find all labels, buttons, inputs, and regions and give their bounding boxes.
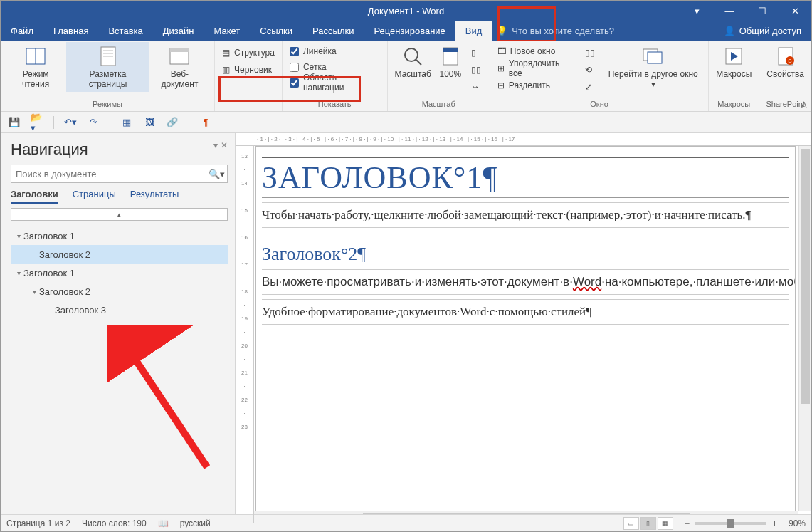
outline-button[interactable]: ▤Структура <box>219 45 278 61</box>
view-print-icon[interactable]: ▯ <box>640 517 656 530</box>
web-layout-button[interactable]: Веб-документ <box>149 42 210 92</box>
multi-page-button[interactable]: ▯▯ <box>468 62 484 78</box>
nav-tab-results[interactable]: Результаты <box>130 189 179 204</box>
doc-heading-1[interactable]: ЗАГОЛОВОК°1¶ <box>262 157 789 198</box>
document-page[interactable]: ЗАГОЛОВОК°1¶ Чтобы·начать·работу,·щелкни… <box>255 146 796 523</box>
redo-icon[interactable]: ↷ <box>87 116 100 129</box>
vertical-ruler[interactable]: 13·14·15·16·17·18·19·20·21·22·23 <box>236 146 254 523</box>
horizontal-ruler[interactable]: · 1 · | · 2 · | · 3 · | · 4 · | · 5 · | … <box>236 133 811 146</box>
zoom-percent[interactable]: 90% <box>789 518 806 528</box>
table-icon[interactable]: ▦ <box>120 116 133 129</box>
doc-paragraph-1[interactable]: Чтобы·начать·работу,·щелкните·любой·заме… <box>262 202 789 228</box>
ribbon-dropdown-icon[interactable]: ▾ <box>680 1 713 21</box>
svg-point-8 <box>405 48 418 61</box>
tab-view[interactable]: Вид <box>455 21 492 41</box>
bulb-icon: 💡 <box>496 26 507 36</box>
tab-references[interactable]: Ссылки <box>250 21 302 41</box>
macros-icon <box>722 45 745 68</box>
undo-icon[interactable]: ↶▾ <box>64 116 77 129</box>
minimize-button[interactable]: — <box>713 1 746 21</box>
close-button[interactable]: ✕ <box>779 1 811 21</box>
switch-window-button[interactable]: Перейти в другое окно ▾ <box>602 42 704 92</box>
zoom-100-button[interactable]: 100% <box>434 42 467 82</box>
page-width-button[interactable]: ↔ <box>468 79 484 95</box>
status-bar: Страница 1 из 2 Число слов: 190 📖 русски… <box>1 514 811 531</box>
spell-check-icon[interactable]: 📖 <box>158 518 169 528</box>
collapse-ribbon-icon[interactable]: ᐱ <box>801 100 807 110</box>
svg-rect-11 <box>443 48 458 52</box>
new-window-button[interactable]: 🗔Новое окно <box>495 43 578 59</box>
view-read-icon[interactable]: ▭ <box>623 517 639 530</box>
one-page-button[interactable]: ▯ <box>468 45 484 61</box>
nav-title: Навигация <box>11 140 228 159</box>
split-button[interactable]: ⊟Разделить <box>495 78 578 93</box>
nav-tree: ▾Заголовок 1Заголовок 2▾Заголовок 1▾Заго… <box>11 226 228 319</box>
page-width-icon: ↔ <box>471 82 480 92</box>
tab-file[interactable]: Файл <box>1 21 43 41</box>
tab-home[interactable]: Главная <box>43 21 98 41</box>
status-words[interactable]: Число слов: 190 <box>82 518 147 528</box>
ribbon-tabs: Файл Главная Вставка Дизайн Макет Ссылки… <box>1 21 811 41</box>
link-icon[interactable]: 🔗 <box>166 116 179 129</box>
para-marks-icon[interactable]: ¶ <box>199 116 212 129</box>
nav-tree-item[interactable]: ▾Заголовок 1 <box>11 264 228 282</box>
nav-tree-item[interactable]: Заголовок 3 <box>11 301 228 319</box>
side-by-side-button[interactable]: ▯▯ <box>582 45 598 61</box>
tell-me-search[interactable]: 💡 Что вы хотите сделать? <box>492 21 614 41</box>
read-mode-button[interactable]: Режим чтения <box>5 42 66 92</box>
tab-design[interactable]: Дизайн <box>153 21 204 41</box>
nav-expand-bar[interactable]: ▴ <box>11 208 228 221</box>
nav-dropdown-icon[interactable]: ▾ <box>213 140 218 150</box>
image-icon[interactable]: 🖼 <box>143 116 156 129</box>
status-language[interactable]: русский <box>180 518 211 528</box>
zoom-out-icon[interactable]: − <box>685 518 690 528</box>
split-icon: ⊟ <box>497 80 505 90</box>
vertical-scrollbar[interactable] <box>798 146 811 511</box>
maximize-button[interactable]: ☐ <box>746 1 779 21</box>
zoom-slider[interactable]: − + <box>685 518 777 528</box>
macros-button[interactable]: Макросы <box>713 42 754 82</box>
print-layout-icon <box>97 45 120 68</box>
nav-search-input[interactable] <box>11 165 206 182</box>
properties-button[interactable]: S Свойства <box>764 42 807 82</box>
nav-tab-headings[interactable]: Заголовки <box>11 189 58 204</box>
reset-pos-button[interactable]: ⤢ <box>582 79 598 95</box>
zoom-in-icon[interactable]: + <box>772 518 777 528</box>
nav-tree-item[interactable]: ▾Заголовок 1 <box>11 226 228 245</box>
doc-paragraph-2[interactable]: Вы·можете·просматривать·и·изменять·этот·… <box>262 269 789 295</box>
nav-close-icon[interactable]: ✕ <box>221 140 228 150</box>
search-icon[interactable]: 🔍▾ <box>206 165 227 182</box>
outline-icon: ▤ <box>222 48 230 58</box>
nav-pane-checkbox[interactable]: Область навигации <box>287 75 383 90</box>
tab-mailings[interactable]: Рассылки <box>302 21 364 41</box>
reset-pos-icon: ⤢ <box>585 82 592 92</box>
group-views-label: Режимы <box>5 100 210 111</box>
tell-me-label: Что вы хотите сделать? <box>512 26 614 36</box>
view-web-icon[interactable]: ▦ <box>658 517 673 530</box>
zoom-button[interactable]: Масштаб <box>392 42 434 82</box>
switch-window-icon <box>642 45 665 68</box>
nav-tab-pages[interactable]: Страницы <box>73 189 116 204</box>
tab-layout[interactable]: Макет <box>204 21 250 41</box>
doc-heading-2[interactable]: Заголовок°2¶ <box>262 244 789 265</box>
print-layout-button[interactable]: Разметка страницы <box>66 42 149 92</box>
save-icon[interactable]: 💾 <box>8 116 21 129</box>
tab-review[interactable]: Рецензирование <box>364 21 455 41</box>
window-title: Документ1 - Word <box>368 6 444 16</box>
ruler-checkbox[interactable]: Линейка <box>287 43 339 59</box>
open-icon[interactable]: 📂▾ <box>31 116 43 129</box>
nav-tree-item[interactable]: Заголовок 2 <box>11 245 228 264</box>
status-page[interactable]: Страница 1 из 2 <box>6 518 70 528</box>
share-icon: 👤 <box>724 26 735 36</box>
arrange-all-button[interactable]: ⊞Упорядочить все <box>495 61 578 76</box>
draft-button[interactable]: ▥Черновик <box>219 62 275 78</box>
nav-search[interactable]: 🔍▾ <box>11 165 228 183</box>
tab-insert[interactable]: Вставка <box>98 21 152 41</box>
nav-tree-item[interactable]: ▾Заголовок 2 <box>11 282 228 301</box>
group-zoom-label: Масштаб <box>392 100 485 111</box>
share-button[interactable]: 👤 Общий доступ <box>714 21 811 41</box>
quick-access-toolbar: 💾 📂▾ ↶▾ ↷ ▦ 🖼 🔗 ¶ <box>1 112 811 133</box>
doc-paragraph-3[interactable]: Удобное·форматирование·документов·Word·с… <box>262 299 789 325</box>
sync-scroll-button[interactable]: ⟲ <box>582 62 598 78</box>
svg-text:S: S <box>788 58 791 64</box>
